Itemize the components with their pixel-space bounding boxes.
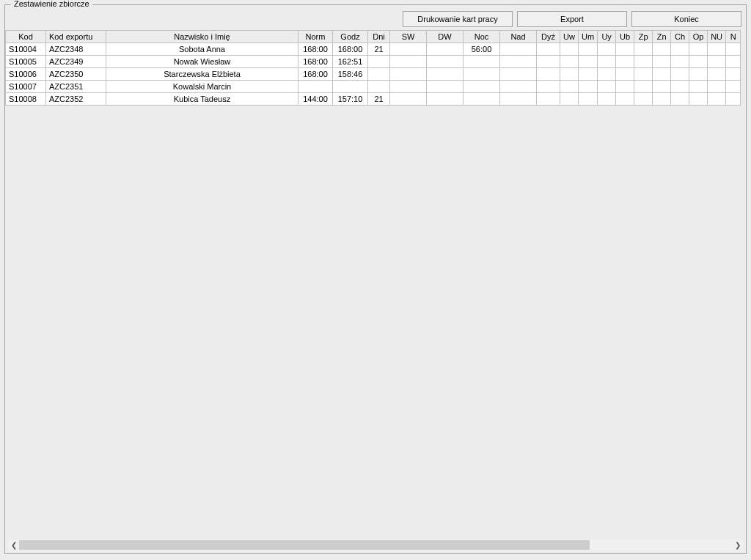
scroll-right-arrow-icon[interactable]: ❯ bbox=[732, 539, 743, 550]
cell-dyz[interactable] bbox=[537, 93, 560, 106]
cell-norm[interactable]: 144:00 bbox=[298, 93, 333, 106]
cell-name[interactable]: Kowalski Marcin bbox=[106, 81, 298, 93]
cell-nu[interactable] bbox=[708, 43, 726, 56]
cell-export[interactable]: AZC2349 bbox=[46, 56, 106, 68]
cell-ch[interactable] bbox=[671, 81, 689, 93]
cell-ch[interactable] bbox=[671, 93, 689, 106]
col-zp[interactable]: Zp bbox=[634, 31, 653, 43]
col-dyz[interactable]: Dyż bbox=[537, 31, 560, 43]
cell-sw[interactable] bbox=[390, 93, 427, 106]
col-noc[interactable]: Noc bbox=[464, 31, 500, 43]
table-row[interactable]: S10005AZC2349Nowak Wiesław168:00162:51 bbox=[6, 56, 741, 68]
col-op[interactable]: Op bbox=[689, 31, 708, 43]
col-godz[interactable]: Godz bbox=[333, 31, 368, 43]
cell-godz[interactable]: 168:00 bbox=[333, 43, 368, 56]
col-nad[interactable]: Nad bbox=[500, 31, 537, 43]
cell-sw[interactable] bbox=[390, 68, 427, 81]
cell-dw[interactable] bbox=[427, 81, 464, 93]
cell-nad[interactable] bbox=[500, 81, 537, 93]
cell-name[interactable]: Nowak Wiesław bbox=[106, 56, 298, 68]
cell-um[interactable] bbox=[579, 81, 598, 93]
cell-norm[interactable]: 168:00 bbox=[298, 43, 333, 56]
cell-uw[interactable] bbox=[560, 43, 579, 56]
cell-dw[interactable] bbox=[427, 43, 464, 56]
cell-dyz[interactable] bbox=[537, 43, 560, 56]
col-uy[interactable]: Uy bbox=[598, 31, 616, 43]
cell-godz[interactable]: 157:10 bbox=[333, 93, 368, 106]
col-name[interactable]: Nazwisko i Imię bbox=[106, 31, 298, 43]
cell-kod[interactable]: S10007 bbox=[6, 81, 46, 93]
cell-um[interactable] bbox=[579, 43, 598, 56]
cell-dyz[interactable] bbox=[537, 56, 560, 68]
cell-noc[interactable]: 56:00 bbox=[464, 43, 500, 56]
cell-op[interactable] bbox=[689, 56, 708, 68]
summary-table[interactable]: Kod Kod exportu Nazwisko i Imię Norm God… bbox=[5, 30, 741, 106]
cell-um[interactable] bbox=[579, 56, 598, 68]
col-export[interactable]: Kod exportu bbox=[46, 31, 106, 43]
cell-uw[interactable] bbox=[560, 68, 579, 81]
cell-uy[interactable] bbox=[598, 43, 616, 56]
cell-kod[interactable]: S10004 bbox=[6, 43, 46, 56]
cell-name[interactable]: Kubica Tadeusz bbox=[106, 93, 298, 106]
col-ub[interactable]: Ub bbox=[616, 31, 634, 43]
table-row[interactable]: S10007AZC2351Kowalski Marcin bbox=[6, 81, 741, 93]
cell-dni[interactable]: 21 bbox=[368, 93, 390, 106]
cell-nad[interactable] bbox=[500, 43, 537, 56]
cell-sw[interactable] bbox=[390, 56, 427, 68]
cell-op[interactable] bbox=[689, 81, 708, 93]
print-cards-button[interactable]: Drukowanie kart pracy bbox=[403, 11, 513, 27]
cell-ub[interactable] bbox=[616, 93, 634, 106]
cell-godz[interactable]: 162:51 bbox=[333, 56, 368, 68]
cell-nu[interactable] bbox=[708, 81, 726, 93]
cell-kod[interactable]: S10005 bbox=[6, 56, 46, 68]
cell-export[interactable]: AZC2348 bbox=[46, 43, 106, 56]
cell-export[interactable]: AZC2351 bbox=[46, 81, 106, 93]
cell-dw[interactable] bbox=[427, 68, 464, 81]
cell-nad[interactable] bbox=[500, 68, 537, 81]
cell-zp[interactable] bbox=[634, 43, 653, 56]
cell-nu[interactable] bbox=[708, 93, 726, 106]
col-um[interactable]: Um bbox=[579, 31, 598, 43]
cell-op[interactable] bbox=[689, 43, 708, 56]
cell-zp[interactable] bbox=[634, 81, 653, 93]
cell-uw[interactable] bbox=[560, 81, 579, 93]
cell-ub[interactable] bbox=[616, 43, 634, 56]
cell-dni[interactable]: 21 bbox=[368, 43, 390, 56]
cell-uw[interactable] bbox=[560, 93, 579, 106]
scroll-left-arrow-icon[interactable]: ❮ bbox=[8, 539, 19, 550]
cell-kod[interactable]: S10006 bbox=[6, 68, 46, 81]
cell-zn[interactable] bbox=[653, 68, 671, 81]
cell-name[interactable]: Starczewska Elżbieta bbox=[106, 68, 298, 81]
col-nu[interactable]: NU bbox=[708, 31, 726, 43]
horizontal-scrollbar[interactable]: ❮ ❯ bbox=[8, 539, 743, 550]
cell-zp[interactable] bbox=[634, 56, 653, 68]
cell-n[interactable] bbox=[726, 93, 741, 106]
cell-nu[interactable] bbox=[708, 68, 726, 81]
cell-name[interactable]: Sobota Anna bbox=[106, 43, 298, 56]
cell-n[interactable] bbox=[726, 81, 741, 93]
cell-norm[interactable]: 168:00 bbox=[298, 56, 333, 68]
cell-norm[interactable]: 168:00 bbox=[298, 68, 333, 81]
cell-norm[interactable] bbox=[298, 81, 333, 93]
cell-ub[interactable] bbox=[616, 68, 634, 81]
col-zn[interactable]: Zn bbox=[653, 31, 671, 43]
cell-noc[interactable] bbox=[464, 68, 500, 81]
cell-dw[interactable] bbox=[427, 93, 464, 106]
cell-um[interactable] bbox=[579, 68, 598, 81]
cell-noc[interactable] bbox=[464, 56, 500, 68]
cell-nad[interactable] bbox=[500, 93, 537, 106]
col-sw[interactable]: SW bbox=[390, 31, 427, 43]
cell-n[interactable] bbox=[726, 68, 741, 81]
cell-n[interactable] bbox=[726, 56, 741, 68]
cell-noc[interactable] bbox=[464, 93, 500, 106]
cell-zp[interactable] bbox=[634, 68, 653, 81]
cell-dyz[interactable] bbox=[537, 81, 560, 93]
col-uw[interactable]: Uw bbox=[560, 31, 579, 43]
cell-godz[interactable] bbox=[333, 81, 368, 93]
cell-zn[interactable] bbox=[653, 56, 671, 68]
col-ch[interactable]: Ch bbox=[671, 31, 689, 43]
cell-export[interactable]: AZC2352 bbox=[46, 93, 106, 106]
cell-uy[interactable] bbox=[598, 68, 616, 81]
cell-sw[interactable] bbox=[390, 43, 427, 56]
cell-uy[interactable] bbox=[598, 56, 616, 68]
